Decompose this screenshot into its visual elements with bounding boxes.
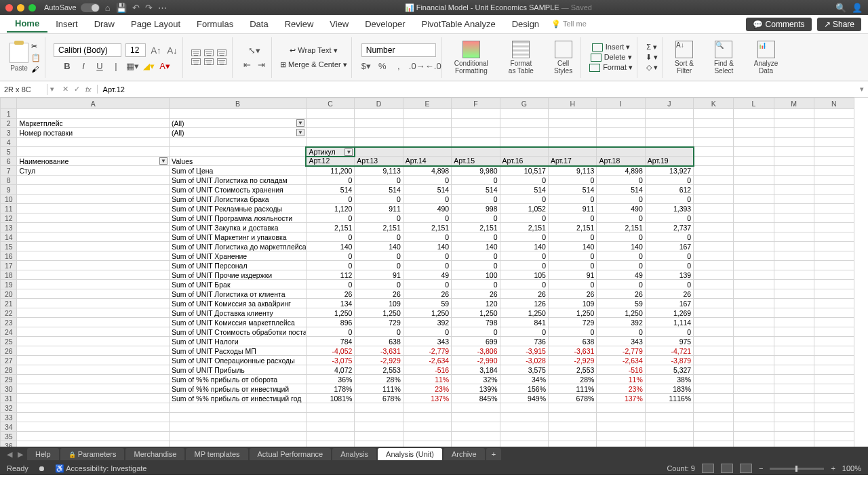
cell[interactable] (814, 138, 854, 147)
cell[interactable]: Sum of UNIT Доставка клиенту (169, 308, 306, 318)
cell[interactable] (774, 299, 814, 308)
cell[interactable]: 1,250 (500, 308, 548, 318)
cell[interactable] (17, 204, 169, 214)
cell[interactable]: -2,779 (597, 346, 645, 356)
cell[interactable] (548, 128, 596, 138)
cell[interactable] (734, 214, 774, 223)
cell[interactable] (774, 375, 814, 384)
cell[interactable]: 4,898 (597, 166, 645, 176)
cell[interactable] (17, 223, 169, 232)
cell[interactable] (548, 413, 596, 422)
menu-design[interactable]: Design (504, 16, 547, 32)
cell[interactable]: Sum of UNIT Хранение (169, 251, 306, 261)
cell[interactable]: 514 (548, 185, 596, 195)
cell[interactable] (169, 441, 306, 447)
cell[interactable] (17, 327, 169, 337)
cell[interactable]: 0 (548, 261, 596, 270)
cell[interactable] (814, 441, 854, 447)
cell[interactable]: 91 (355, 270, 403, 280)
cell[interactable] (645, 138, 693, 147)
cell[interactable] (734, 327, 774, 337)
cell[interactable] (734, 166, 774, 176)
cell[interactable] (500, 138, 548, 147)
cell[interactable]: 2,151 (355, 223, 403, 232)
cell[interactable] (597, 119, 645, 128)
cell[interactable] (734, 242, 774, 251)
cell[interactable] (17, 270, 169, 280)
cell[interactable] (774, 214, 814, 223)
cell[interactable] (814, 413, 854, 422)
cell[interactable]: 392 (597, 318, 645, 327)
cell[interactable]: 0 (403, 261, 451, 270)
row-header-4[interactable]: 4 (1, 138, 17, 147)
row-header-25[interactable]: 25 (1, 337, 17, 346)
cell[interactable]: 638 (548, 337, 596, 346)
cell[interactable]: 1,114 (645, 318, 693, 327)
border-button[interactable]: ▦▾ (126, 61, 138, 71)
cell[interactable]: -4,052 (306, 346, 354, 356)
cell[interactable] (306, 128, 354, 138)
percent-icon[interactable]: % (376, 61, 389, 71)
cell[interactable]: 896 (306, 318, 354, 327)
cell[interactable]: 0 (403, 280, 451, 289)
tab-parameters[interactable]: 🔒Parameters (60, 448, 125, 460)
cell[interactable] (814, 327, 854, 337)
row-header-3[interactable]: 3 (1, 128, 17, 138)
cell[interactable] (17, 375, 169, 384)
cell[interactable] (774, 166, 814, 176)
cell[interactable] (548, 138, 596, 147)
cell[interactable] (814, 432, 854, 441)
spreadsheet-grid[interactable]: ABCDEFGHIJKLMN 12Маркетплейс(All)▼3Номер… (0, 98, 868, 447)
cell[interactable]: 0 (403, 327, 451, 337)
cell[interactable]: Арт.13 (355, 157, 403, 166)
cell[interactable] (734, 157, 774, 166)
cell[interactable] (17, 242, 169, 251)
minimize-window[interactable] (17, 4, 24, 12)
cell[interactable] (694, 289, 734, 299)
cell[interactable]: 638 (355, 337, 403, 346)
cell[interactable] (774, 176, 814, 185)
menu-pivottable-analyze[interactable]: PivotTable Analyze (414, 16, 504, 32)
cell[interactable]: 343 (403, 337, 451, 346)
cell[interactable]: Sum of UNIT Прибыль (169, 365, 306, 375)
cell[interactable] (734, 128, 774, 138)
row-header-13[interactable]: 13 (1, 223, 17, 232)
cell[interactable] (774, 128, 814, 138)
cell[interactable]: 9,113 (548, 166, 596, 176)
cell[interactable] (548, 109, 596, 119)
cell[interactable]: Sum of UNIT Расходы МП (169, 346, 306, 356)
cell[interactable]: 0 (403, 251, 451, 261)
select-all-corner[interactable] (1, 98, 17, 109)
cell[interactable] (814, 214, 854, 223)
cell[interactable] (734, 308, 774, 318)
cell[interactable] (814, 242, 854, 251)
cell[interactable]: 0 (306, 327, 354, 337)
cell[interactable]: Sum of UNIT Персонал (169, 261, 306, 270)
format-cells-button[interactable]: Format ▾ (589, 62, 633, 73)
cell[interactable] (500, 422, 548, 432)
cell[interactable] (645, 441, 693, 447)
cell[interactable] (306, 422, 354, 432)
cell[interactable]: -516 (403, 365, 451, 375)
cell[interactable]: Арт.14 (403, 157, 451, 166)
row-header-32[interactable]: 32 (1, 403, 17, 413)
row-header-31[interactable]: 31 (1, 394, 17, 403)
row-header-35[interactable]: 35 (1, 432, 17, 441)
cell[interactable]: Sum of UNIT Маркетинг и упаковка (169, 232, 306, 242)
cell[interactable]: 139% (452, 384, 500, 394)
filter-dropdown[interactable]: ▼ (296, 119, 304, 127)
cell[interactable] (734, 441, 774, 447)
cell[interactable]: 167 (645, 242, 693, 251)
cell[interactable]: 0 (500, 232, 548, 242)
cell[interactable]: 2,737 (645, 223, 693, 232)
cell[interactable]: -2,929 (548, 356, 596, 365)
col-header-B[interactable]: B (169, 98, 306, 109)
comma-icon[interactable]: , (393, 61, 405, 71)
cell[interactable] (452, 147, 500, 157)
cell[interactable] (774, 138, 814, 147)
cell[interactable] (17, 261, 169, 270)
cell[interactable] (452, 119, 500, 128)
cell[interactable] (814, 337, 854, 346)
name-box-dropdown[interactable]: ▾ (47, 85, 57, 94)
zoom-slider[interactable] (770, 468, 824, 470)
